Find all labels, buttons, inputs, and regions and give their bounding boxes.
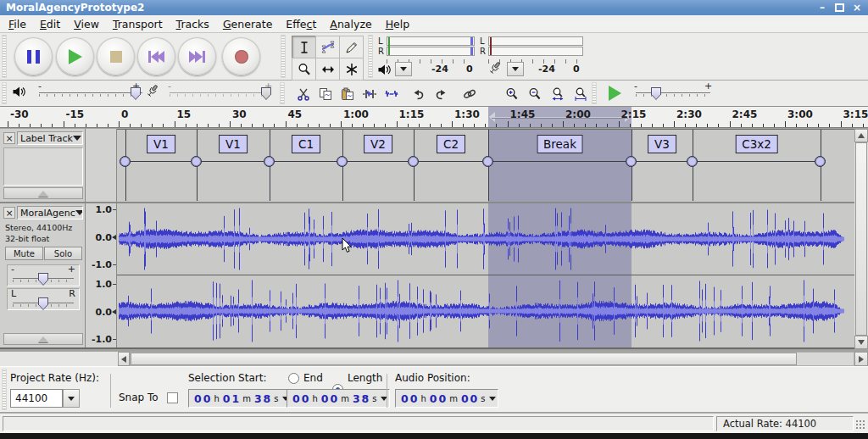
stop-button[interactable] <box>97 37 135 75</box>
menu-analyze[interactable]: Analyze <box>330 18 371 31</box>
time-digits[interactable]: 38 <box>254 392 272 405</box>
zoom-selection-button[interactable] <box>548 84 568 104</box>
horizontal-scrollbar-thumb[interactable] <box>131 353 797 365</box>
input-volume-thumb[interactable] <box>261 87 271 100</box>
menu-effect[interactable]: Effect <box>286 18 316 31</box>
label-drag-handle[interactable] <box>264 156 275 167</box>
output-volume-slider[interactable] <box>39 92 142 93</box>
selection-length-field[interactable]: 00h00m38s <box>287 389 390 408</box>
sync-lock-button[interactable] <box>459 84 480 104</box>
time-digits[interactable]: 00 <box>430 392 448 405</box>
label-drag-handle[interactable] <box>815 156 826 167</box>
toolbar-grip[interactable] <box>2 369 7 410</box>
label-track-collapse-button[interactable] <box>3 187 83 199</box>
toolbar-grip[interactable] <box>2 35 7 78</box>
label-text-v2[interactable]: V2 <box>364 135 392 153</box>
label-drag-handle[interactable] <box>687 156 698 167</box>
scroll-up-button[interactable] <box>854 129 868 142</box>
label-text-v3[interactable]: V3 <box>648 135 676 153</box>
label-text-v1[interactable]: V1 <box>147 135 175 153</box>
record-meter-dropdown[interactable] <box>507 62 524 76</box>
playback-speed-slider[interactable] <box>636 92 710 93</box>
trim-button[interactable] <box>359 84 380 104</box>
vertical-scale-ruler[interactable]: 1.00.0-1.01.00.0-1.0 <box>86 203 117 347</box>
project-rate-dropdown[interactable] <box>63 389 80 408</box>
pan-slider-thumb[interactable] <box>38 297 48 310</box>
time-digits[interactable]: 00 <box>321 392 339 405</box>
silence-button[interactable] <box>381 84 402 104</box>
toolbar-grip[interactable] <box>2 82 7 104</box>
time-digits[interactable]: 38 <box>353 392 370 405</box>
output-volume-thumb[interactable] <box>131 87 141 100</box>
gain-slider-thumb[interactable] <box>38 273 48 286</box>
label-track-title-menu[interactable]: Label Track <box>17 131 83 145</box>
label-drag-handle[interactable] <box>120 156 131 167</box>
play-meter-right-bar[interactable] <box>387 47 475 56</box>
toolbar-grip[interactable] <box>592 82 597 104</box>
pause-button[interactable] <box>14 37 53 75</box>
cut-button[interactable] <box>293 84 314 104</box>
vertical-scrollbar-thumb[interactable] <box>855 142 867 336</box>
maximize-button[interactable] <box>835 3 844 12</box>
multi-tool-button[interactable] <box>339 58 364 81</box>
toolbar-grip[interactable] <box>280 82 285 104</box>
play-meter-dropdown[interactable] <box>395 62 412 76</box>
menu-file[interactable]: File <box>8 18 26 31</box>
label-text-v1[interactable]: V1 <box>219 135 248 153</box>
timeline-ruler[interactable]: -30-1501530451:001:151:301:452:002:152:3… <box>0 107 868 128</box>
stereo-waveform[interactable] <box>117 203 854 347</box>
menu-generate[interactable]: Generate <box>223 18 272 31</box>
solo-button[interactable]: Solo <box>44 247 82 260</box>
draw-tool-button[interactable] <box>339 36 364 58</box>
scroll-left-button[interactable] <box>118 352 130 366</box>
snap-to-checkbox[interactable] <box>167 392 178 403</box>
record-meter-left-bar[interactable] <box>488 36 583 46</box>
menu-edit[interactable]: Edit <box>40 18 60 31</box>
waveform-content[interactable] <box>117 203 854 347</box>
end-radio[interactable] <box>288 373 299 384</box>
label-text-c2[interactable]: C2 <box>437 135 465 153</box>
menu-view[interactable]: View <box>74 18 99 31</box>
skip-to-start-button[interactable] <box>137 37 175 75</box>
playback-speed-thumb[interactable] <box>651 87 661 100</box>
menu-transport[interactable]: Transport <box>113 18 163 31</box>
audio-track-title-menu[interactable]: MoralAgenc <box>17 206 83 220</box>
audio-track-close-button[interactable]: × <box>3 207 15 219</box>
play-button[interactable] <box>56 37 94 75</box>
label-drag-handle[interactable] <box>626 156 637 167</box>
record-button[interactable] <box>222 37 260 75</box>
label-drag-handle[interactable] <box>482 156 493 167</box>
selection-tool-button[interactable] <box>292 36 316 58</box>
label-text-c1[interactable]: C1 <box>292 135 320 153</box>
time-digits[interactable]: 01 <box>223 392 241 405</box>
undo-button[interactable] <box>409 84 429 104</box>
title-bar[interactable]: MoralAgencyPrototype2 – × <box>0 0 868 15</box>
label-text-c3x2[interactable]: C3x2 <box>735 135 778 153</box>
toolbar-grip[interactable] <box>281 35 286 78</box>
label-text-break[interactable]: Break <box>537 135 583 153</box>
input-volume-slider[interactable] <box>170 92 271 93</box>
resize-grip[interactable] <box>855 420 865 430</box>
copy-button[interactable] <box>315 84 336 104</box>
record-meter-right-bar[interactable] <box>488 47 583 56</box>
minimize-button[interactable]: – <box>816 2 828 14</box>
label-track-content[interactable]: V1V1C1V2C2BreakV3C3x2 <box>117 129 854 202</box>
skip-to-end-button[interactable] <box>178 37 216 75</box>
paste-button[interactable] <box>337 84 358 104</box>
time-digits[interactable]: 00 <box>292 392 310 405</box>
envelope-tool-button[interactable] <box>315 36 340 58</box>
toolbar-grip[interactable] <box>368 35 373 78</box>
mute-button[interactable]: Mute <box>5 247 43 260</box>
time-digits[interactable]: 00 <box>461 392 479 405</box>
menu-help[interactable]: Help <box>386 18 410 31</box>
zoom-tool-button[interactable] <box>292 58 316 81</box>
scroll-right-button[interactable] <box>854 352 868 366</box>
redo-button[interactable] <box>431 84 451 104</box>
label-drag-handle[interactable] <box>337 156 348 167</box>
audio-position-field[interactable]: 00h00m00s <box>395 389 498 408</box>
audio-track-collapse-button[interactable] <box>3 333 83 345</box>
label-drag-handle[interactable] <box>408 156 419 167</box>
zoom-fit-button[interactable] <box>570 84 591 104</box>
play-meter-left-bar[interactable] <box>387 36 475 46</box>
close-button[interactable]: × <box>851 2 863 14</box>
